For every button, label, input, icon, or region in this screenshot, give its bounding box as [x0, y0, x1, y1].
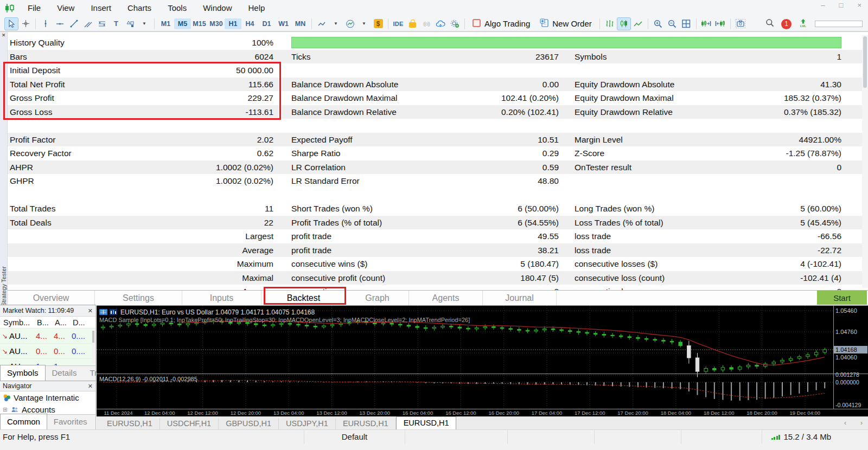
minimize-window-icon[interactable]: –: [821, 1, 825, 9]
market-watch-row[interactable]: ↘AU...4...4...0....: [0, 329, 95, 344]
shapes-icon[interactable]: [123, 17, 137, 30]
start-button[interactable]: Start: [817, 291, 867, 305]
menu-item-file[interactable]: File: [20, 0, 49, 16]
crosshair-icon[interactable]: [18, 17, 33, 30]
chart-tab-0-eurusd-h1[interactable]: EURUSD,H1: [100, 418, 160, 429]
algo-trading-button-label: Algo Trading: [484, 19, 530, 28]
stat-value: 10.51: [387, 133, 559, 147]
zoom-in-icon[interactable]: [651, 17, 665, 30]
status-cell-4: [681, 430, 762, 444]
stats-scrollbar[interactable]: [862, 35, 868, 288]
market-watch-column-header[interactable]: A...: [55, 318, 73, 327]
search-icon[interactable]: [765, 18, 774, 29]
tester-tab-overview[interactable]: Overview: [8, 291, 95, 305]
toolbar-separator: [730, 18, 731, 29]
chart-canvas[interactable]: 1.054601.047601.040601.041680.0012780.00…: [97, 305, 868, 416]
horizontal-line-icon[interactable]: [53, 17, 67, 30]
bars-mode-icon[interactable]: [603, 17, 617, 30]
market-watch-tab-details[interactable]: Details: [46, 366, 84, 381]
stats-row: AHPR1.0002 (0.02%)LR Correlation0.59OnTe…: [8, 160, 863, 175]
currency-icon[interactable]: $: [371, 17, 385, 30]
chart-tab-1-usdchf-h1[interactable]: USDCHF,H1: [160, 418, 219, 429]
tester-tab-agents[interactable]: Agents: [409, 291, 483, 305]
stat-label: Profit Trades (% of total): [291, 216, 382, 230]
chart-tab-2-gbpusd-h1[interactable]: GBPUSD,H1: [219, 418, 279, 429]
signals-icon[interactable]: ((o)): [419, 17, 433, 30]
timeframe-m30[interactable]: M30: [208, 18, 225, 29]
tile-windows-icon[interactable]: [679, 17, 693, 30]
menu-item-charts[interactable]: Charts: [119, 0, 159, 16]
timeframe-w1[interactable]: W1: [275, 18, 292, 29]
cursor-icon[interactable]: [4, 17, 18, 30]
market-icon[interactable]: [405, 17, 419, 30]
zoom-out-icon[interactable]: [665, 17, 679, 30]
lvl-icon[interactable]: LVL: [799, 18, 808, 30]
cloud-icon[interactable]: [433, 17, 448, 30]
market-watch-scrollbar[interactable]: [92, 331, 95, 363]
tester-tab-settings[interactable]: Settings: [95, 291, 182, 305]
menu-item-help[interactable]: Help: [240, 0, 273, 16]
market-watch-column-header[interactable]: B...: [37, 318, 55, 327]
market-watch-row[interactable]: ↘AU...0...0...0....: [0, 344, 95, 359]
menu-item-tools[interactable]: Tools: [159, 0, 195, 16]
chart-tab-5-eurusd-h1[interactable]: EURUSD,H1: [396, 416, 457, 429]
status-traffic[interactable]: 15.2 / 3.4 Mb: [762, 430, 840, 444]
chart-tab-3-usdjpy-h1[interactable]: USDJPY,H1: [279, 418, 336, 429]
channel-icon[interactable]: [81, 17, 95, 30]
tester-tab-inputs[interactable]: Inputs: [182, 291, 261, 305]
stat-label: Symbols: [575, 50, 607, 64]
tester-tab-graph[interactable]: Graph: [346, 291, 409, 305]
vps-icon[interactable]: [448, 17, 462, 30]
vertical-line-icon[interactable]: [39, 17, 53, 30]
text-icon[interactable]: T: [109, 17, 123, 30]
candles-mode-icon[interactable]: [617, 17, 631, 30]
stats-scrollbar-thumb[interactable]: [863, 36, 867, 88]
timeframe-h4[interactable]: H4: [241, 18, 258, 29]
status-profile[interactable]: Default: [304, 430, 405, 444]
tester-tab-backtest[interactable]: Backtest: [261, 291, 346, 305]
timeframe-m15[interactable]: M15: [191, 18, 208, 29]
line-mode-icon[interactable]: [631, 17, 645, 30]
navigator-tab-favorites[interactable]: Favorites: [47, 415, 94, 429]
svg-text:17 Dec 04:00: 17 Dec 04:00: [532, 410, 563, 416]
menu-item-window[interactable]: Window: [195, 0, 240, 16]
navigator-item[interactable]: Vantage Internatic: [0, 391, 95, 403]
chart-tab-4-eurusd-h1[interactable]: EURUSD,H1: [336, 418, 396, 429]
market-watch-close-icon[interactable]: ✕: [88, 307, 93, 314]
line-studies-icon[interactable]: [315, 17, 329, 30]
chart-tab-scroll-right-icon[interactable]: ›: [860, 419, 863, 427]
notification-badge[interactable]: 1: [781, 19, 792, 29]
market-watch-column-header[interactable]: Symb...: [0, 318, 37, 327]
line-studies-dropdown-icon[interactable]: ▼: [329, 17, 343, 30]
menu-item-insert[interactable]: Insert: [82, 0, 119, 16]
navigator-close-icon[interactable]: ✕: [88, 383, 93, 390]
ide-icon[interactable]: IDE: [391, 17, 405, 30]
new-order-button[interactable]: New Order: [535, 17, 597, 30]
trendline-icon[interactable]: [67, 17, 81, 30]
ask-cell: 0...: [54, 346, 72, 356]
timeframe-d1[interactable]: D1: [258, 18, 275, 29]
shift-end-icon[interactable]: [699, 17, 713, 30]
indicators-icon[interactable]: [343, 17, 357, 30]
navigator-tab-common[interactable]: Common: [0, 414, 47, 429]
timeframe-mn[interactable]: MN: [292, 18, 309, 29]
algo-trading-button[interactable]: Algo Trading: [468, 17, 535, 30]
timeframe-m5[interactable]: M5: [174, 18, 191, 29]
auto-scroll-icon[interactable]: [713, 17, 727, 30]
market-watch-column-header[interactable]: D...: [73, 318, 93, 327]
market-watch-tab-symbols[interactable]: Symbols: [0, 365, 46, 381]
expand-icon[interactable]: ⊞: [3, 407, 8, 413]
shapes-dropdown-icon[interactable]: ▼: [137, 17, 151, 30]
fibonacci-icon[interactable]: [95, 17, 109, 30]
maximize-window-icon[interactable]: □: [839, 1, 844, 9]
tester-tab-journal[interactable]: Journal: [483, 291, 557, 305]
tester-close-icon[interactable]: ✕: [2, 33, 6, 38]
timeframe-h1[interactable]: H1: [225, 18, 241, 29]
close-window-icon[interactable]: ×: [857, 1, 861, 9]
screenshot-icon[interactable]: [733, 17, 748, 30]
timeframe-m1[interactable]: M1: [157, 18, 174, 29]
indicators-dropdown-icon[interactable]: ▼: [357, 17, 371, 30]
stats-row: History Quality100%: [8, 36, 863, 50]
menu-item-view[interactable]: View: [49, 0, 82, 16]
chart-tab-scroll-left-icon[interactable]: ‹: [844, 419, 846, 427]
